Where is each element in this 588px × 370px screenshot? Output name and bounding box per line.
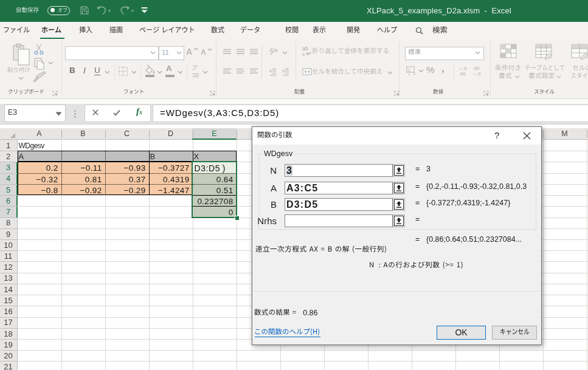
- svg-text:ab: ab: [269, 47, 275, 54]
- svg-text:→.0: →.0: [472, 71, 481, 76]
- svg-text:c: c: [302, 51, 305, 57]
- svg-text:C: C: [408, 68, 411, 72]
- svg-text:.00: .00: [459, 71, 465, 76]
- svg-text:←.0: ←.0: [458, 66, 467, 71]
- svg-text:.00: .00: [473, 66, 479, 71]
